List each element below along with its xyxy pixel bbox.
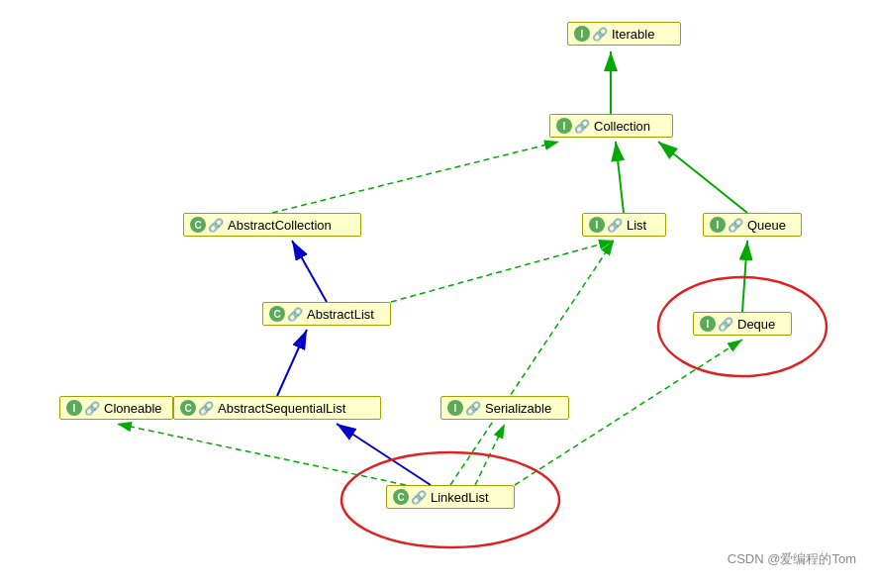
type-icon-deque: I	[700, 316, 716, 332]
svg-line-9	[277, 330, 307, 396]
type-icon-abstractcollection: C	[190, 217, 206, 233]
label-deque: Deque	[737, 317, 775, 332]
label-collection: Collection	[594, 119, 650, 134]
label-list: List	[627, 218, 646, 233]
node-iterable: I 🔗 Iterable	[567, 22, 681, 46]
node-collection: I 🔗 Collection	[549, 114, 673, 138]
type-icon-cloneable: I	[66, 400, 82, 416]
label-linkedlist: LinkedList	[431, 490, 489, 505]
link-icon-deque: 🔗	[718, 317, 733, 332]
type-icon-serializable: I	[447, 400, 463, 416]
svg-line-11	[450, 241, 614, 485]
label-serializable: Serializable	[485, 401, 551, 416]
link-icon-abstractsequentiallist: 🔗	[198, 401, 214, 416]
node-deque: I 🔗 Deque	[693, 312, 792, 336]
node-list: I 🔗 List	[582, 213, 666, 237]
type-icon-queue: I	[710, 217, 726, 233]
node-abstractcollection: C 🔗 AbstractCollection	[183, 213, 361, 237]
diagram: I 🔗 Iterable I 🔗 Collection C 🔗 Abstract…	[0, 0, 876, 588]
svg-line-5	[658, 142, 747, 213]
link-icon-queue: 🔗	[728, 218, 743, 233]
link-icon-abstractcollection: 🔗	[208, 218, 224, 233]
label-cloneable: Cloneable	[104, 401, 162, 416]
type-icon-abstractsequentiallist: C	[180, 400, 196, 416]
type-icon-collection: I	[556, 118, 572, 134]
type-icon-list: I	[589, 217, 605, 233]
label-abstractlist: AbstractList	[307, 307, 374, 322]
label-queue: Queue	[747, 218, 786, 233]
link-icon-cloneable: 🔗	[84, 401, 100, 416]
svg-line-6	[292, 241, 327, 302]
svg-line-7	[391, 241, 614, 302]
label-iterable: Iterable	[612, 27, 654, 42]
watermark: CSDN @爱编程的Tom	[728, 550, 856, 568]
link-icon-iterable: 🔗	[592, 27, 608, 42]
link-icon-linkedlist: 🔗	[411, 490, 427, 505]
node-serializable: I 🔗 Serializable	[440, 396, 569, 420]
link-icon-serializable: 🔗	[465, 401, 481, 416]
node-cloneable: I 🔗 Cloneable	[59, 396, 173, 420]
svg-line-4	[616, 142, 624, 213]
type-icon-abstractlist: C	[269, 306, 285, 322]
link-icon-list: 🔗	[607, 218, 623, 233]
link-icon-collection: 🔗	[574, 119, 590, 134]
node-abstractlist: C 🔗 AbstractList	[262, 302, 391, 326]
type-icon-linkedlist: C	[393, 489, 409, 505]
type-icon-iterable: I	[574, 26, 590, 42]
svg-line-3	[272, 142, 559, 213]
node-queue: I 🔗 Queue	[703, 213, 802, 237]
node-abstractsequentiallist: C 🔗 AbstractSequentialList	[173, 396, 381, 420]
label-abstractsequentiallist: AbstractSequentialList	[218, 401, 345, 416]
link-icon-abstractlist: 🔗	[287, 307, 303, 322]
svg-line-12	[117, 424, 406, 485]
label-abstractcollection: AbstractCollection	[228, 218, 332, 233]
node-linkedlist: C 🔗 LinkedList	[386, 485, 515, 509]
